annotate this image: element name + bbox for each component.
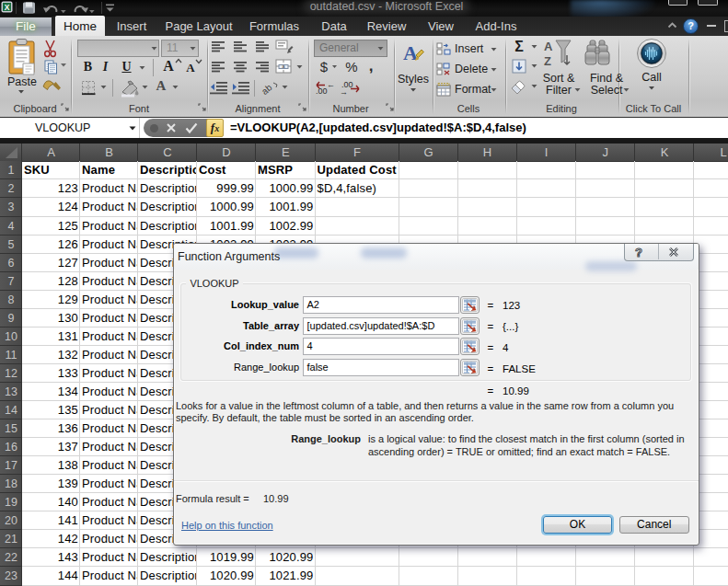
svg-text:→: → <box>340 87 348 96</box>
svg-text:Z: Z <box>544 54 551 68</box>
svg-text:A: A <box>403 41 418 64</box>
svg-text:X: X <box>5 3 10 12</box>
svg-text:ab: ab <box>260 82 274 97</box>
svg-text:?: ? <box>635 246 642 259</box>
svg-text:←: ← <box>327 80 335 89</box>
svg-text:A: A <box>544 40 553 53</box>
svg-text:.00: .00 <box>316 86 328 96</box>
